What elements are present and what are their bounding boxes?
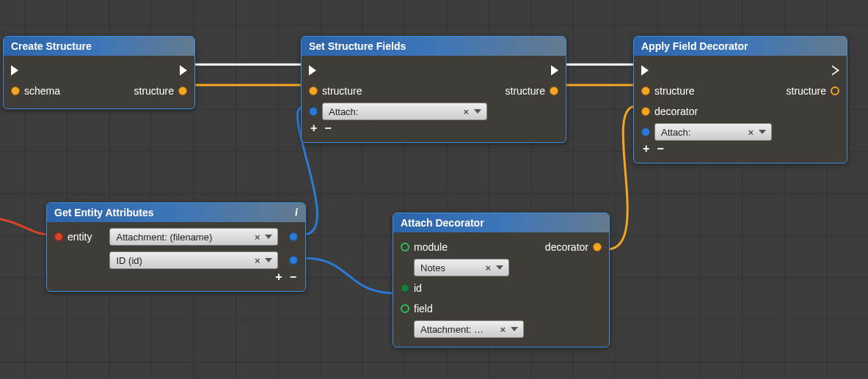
graph-canvas[interactable]: Create Structure schema structure Set St… — [0, 0, 868, 379]
add-pin-button[interactable]: + — [643, 142, 649, 155]
add-pin-button[interactable]: + — [275, 271, 282, 284]
clear-icon[interactable]: × — [745, 127, 756, 138]
add-pin-button[interactable]: + — [310, 122, 317, 135]
node-title[interactable]: Set Structure Fields — [302, 37, 566, 56]
label-structure-out: structure — [787, 85, 826, 97]
chevron-down-icon[interactable] — [265, 258, 272, 262]
port-entity-in[interactable] — [54, 232, 63, 241]
title-text: Create Structure — [11, 37, 92, 56]
port-module-in[interactable] — [401, 243, 409, 251]
node-title[interactable]: Attach Decorator — [393, 213, 609, 232]
title-text: Apply Field Decorator — [641, 37, 748, 56]
node-title[interactable]: Get Entity Attributes i — [47, 203, 305, 222]
clear-icon[interactable]: × — [497, 324, 508, 335]
label-decorator-in: decorator — [654, 106, 698, 117]
port-schema-in[interactable] — [11, 87, 20, 95]
remove-pin-button[interactable]: − — [657, 142, 663, 155]
exec-out-icon[interactable] — [551, 65, 558, 76]
attach-dropdown[interactable]: Attach: × — [322, 103, 487, 120]
label-schema: schema — [24, 85, 60, 97]
clear-icon[interactable]: × — [460, 106, 472, 117]
dropdown-text: Attach: — [326, 106, 460, 117]
port-attach-in[interactable] — [309, 107, 318, 116]
label-module: module — [414, 241, 448, 253]
port-decorator-out[interactable] — [593, 243, 602, 251]
field-dropdown[interactable]: Attachment: … × — [414, 320, 524, 338]
title-text: Get Entity Attributes — [54, 203, 154, 222]
label-decorator-out: decorator — [545, 241, 588, 253]
label-structure-out: structure — [134, 85, 174, 97]
label-structure-out: structure — [506, 85, 545, 97]
clear-icon[interactable]: × — [252, 255, 263, 266]
node-set-structure-fields[interactable]: Set Structure Fields structure structure… — [301, 36, 566, 143]
attr-dropdown-1[interactable]: Attachment: (filename) × — [109, 228, 278, 246]
exec-out-icon[interactable] — [180, 65, 187, 76]
node-get-entity-attributes[interactable]: Get Entity Attributes i entity Attachmen… — [46, 202, 306, 292]
port-attach-in[interactable] — [641, 128, 650, 136]
exec-out-icon[interactable] — [832, 60, 839, 81]
clear-icon[interactable]: × — [252, 232, 263, 243]
info-icon[interactable]: i — [295, 203, 298, 222]
attach-dropdown[interactable]: Attach: × — [654, 123, 772, 141]
dropdown-text: Notes — [417, 262, 482, 273]
port-structure-out[interactable] — [178, 87, 187, 95]
attr-dropdown-2[interactable]: ID (id) × — [109, 251, 278, 269]
chevron-down-icon[interactable] — [511, 327, 518, 331]
exec-in-icon[interactable] — [309, 65, 316, 76]
node-title[interactable]: Apply Field Decorator — [634, 37, 847, 56]
dropdown-text: Attachment: (filename) — [113, 232, 251, 243]
port-structure-in[interactable] — [309, 87, 318, 95]
port-structure-out[interactable] — [550, 87, 558, 95]
label-structure-in: structure — [322, 85, 362, 97]
title-text: Set Structure Fields — [309, 37, 406, 56]
port-field-in[interactable] — [401, 304, 409, 313]
module-dropdown[interactable]: Notes × — [414, 259, 509, 276]
exec-in-icon[interactable] — [11, 65, 18, 76]
label-id: id — [414, 282, 422, 294]
port-id-in[interactable] — [401, 284, 409, 292]
dropdown-text: ID (id) — [113, 255, 251, 266]
label-field: field — [414, 303, 433, 314]
port-attr-out-2[interactable] — [289, 256, 298, 265]
chevron-down-icon[interactable] — [496, 265, 503, 270]
chevron-down-icon[interactable] — [759, 130, 766, 134]
port-decorator-in[interactable] — [641, 107, 650, 116]
chevron-down-icon[interactable] — [265, 235, 272, 239]
port-structure-out[interactable] — [831, 87, 839, 95]
remove-pin-button[interactable]: − — [324, 122, 331, 135]
exec-in-icon[interactable] — [641, 65, 649, 76]
dropdown-text: Attachment: … — [417, 324, 497, 335]
port-attr-out-1[interactable] — [289, 232, 298, 241]
dropdown-text: Attach: — [658, 127, 745, 138]
label-entity: entity — [68, 231, 92, 243]
clear-icon[interactable]: × — [482, 262, 494, 273]
node-title[interactable]: Create Structure — [4, 37, 194, 56]
node-apply-field-decorator[interactable]: Apply Field Decorator structure structur… — [633, 36, 847, 163]
chevron-down-icon[interactable] — [474, 109, 481, 114]
remove-pin-button[interactable]: − — [290, 271, 296, 284]
title-text: Attach Decorator — [401, 213, 484, 232]
node-attach-decorator[interactable]: Attach Decorator module decorator Notes … — [393, 213, 610, 347]
label-structure-in: structure — [654, 85, 694, 97]
port-structure-in[interactable] — [641, 87, 650, 95]
node-create-structure[interactable]: Create Structure schema structure — [3, 36, 195, 109]
